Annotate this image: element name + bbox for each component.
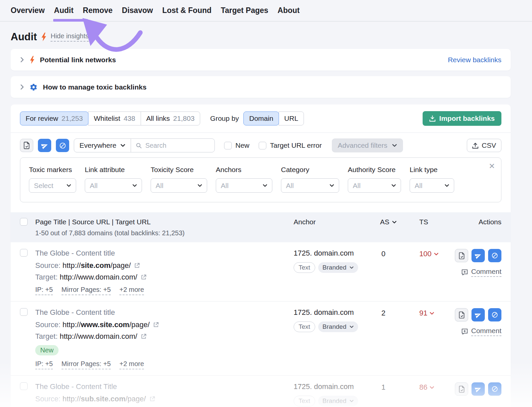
search-input[interactable] xyxy=(145,142,195,149)
column-as-sort[interactable]: AS xyxy=(373,218,403,226)
chevron-right-icon[interactable] xyxy=(20,84,24,91)
whitelist-send-button[interactable] xyxy=(471,249,485,262)
block-button[interactable] xyxy=(488,308,501,321)
nav-tab-overview[interactable]: Overview xyxy=(10,5,45,16)
ip-marker[interactable]: IP: +5 xyxy=(35,360,53,369)
document-check-icon xyxy=(459,252,465,259)
row-checkbox[interactable] xyxy=(20,382,28,390)
tab-label: Whitelist xyxy=(94,114,120,122)
toxicity-score-select[interactable]: All xyxy=(151,178,207,193)
checkbox-label: New xyxy=(235,141,249,149)
target-label: Target: xyxy=(35,273,58,281)
nav-tab-remove[interactable]: Remove xyxy=(82,5,113,16)
row-checkbox[interactable] xyxy=(20,249,28,257)
chevron-right-icon[interactable] xyxy=(20,56,24,63)
select-value: Select xyxy=(34,182,53,190)
toxic-markers-select[interactable]: Select xyxy=(29,178,76,193)
nav-tab-audit[interactable]: Audit xyxy=(53,5,74,16)
move-to-list-button[interactable] xyxy=(20,139,33,152)
checkbox[interactable] xyxy=(224,142,232,149)
close-filters-icon[interactable]: ✕ xyxy=(489,162,495,170)
select-value: All xyxy=(286,182,294,190)
block-button[interactable] xyxy=(488,249,501,262)
whitelist-send-button[interactable] xyxy=(471,382,485,396)
filter-toxic-markers: Toxic markers Select xyxy=(29,166,76,193)
select-all-checkbox[interactable] xyxy=(20,218,28,226)
move-to-list-button[interactable] xyxy=(455,308,468,321)
ip-marker[interactable]: IP: +5 xyxy=(35,286,53,295)
toxicity-score-value: 100 xyxy=(419,250,432,258)
nav-tab-label: About xyxy=(278,6,300,15)
block-button[interactable] xyxy=(488,382,501,396)
block-button[interactable] xyxy=(56,139,69,152)
toxic-markers-line: IP: +5 Mirror Pages: +5 +2 more xyxy=(35,286,294,295)
chevron-down-icon xyxy=(430,312,434,315)
authority-score-select[interactable]: All xyxy=(348,178,401,193)
branded-tag-dropdown[interactable]: Branded xyxy=(318,321,358,332)
comment-link[interactable]: Comment xyxy=(461,268,501,277)
page-title-text: The Globe - Content title xyxy=(35,249,294,258)
whitelist-send-button[interactable] xyxy=(471,308,485,321)
tab-label: All links xyxy=(146,114,170,122)
group-by-toggle: Domain URL xyxy=(243,111,304,125)
filters-panel: Toxic markers Select Link attribute All … xyxy=(20,157,501,202)
panel-manage-toxic: How to manage toxic backlinks xyxy=(11,76,511,98)
hide-insights-link[interactable]: Hide insights xyxy=(51,32,89,42)
new-filter-checkbox[interactable]: New xyxy=(224,141,249,149)
move-to-list-button[interactable] xyxy=(455,382,468,396)
whitelist-send-button[interactable] xyxy=(38,139,51,152)
nav-tab-target-pages[interactable]: Target Pages xyxy=(220,5,269,16)
scope-dropdown[interactable]: Everywhere xyxy=(74,139,131,152)
link-attribute-select[interactable]: All xyxy=(85,178,142,193)
nav-tab-about[interactable]: About xyxy=(277,5,300,16)
toxicity-score-dropdown[interactable]: 91 xyxy=(403,308,443,317)
branded-tag-dropdown[interactable]: Branded xyxy=(318,262,358,273)
filter-label: Category xyxy=(281,166,339,174)
comment-plus-icon xyxy=(461,269,468,276)
external-link-icon[interactable] xyxy=(153,322,159,328)
review-backlinks-link[interactable]: Review backlinks xyxy=(448,56,501,64)
branded-tag-dropdown[interactable]: Branded xyxy=(318,396,358,406)
move-to-list-button[interactable] xyxy=(455,249,468,262)
more-markers[interactable]: +2 more xyxy=(119,286,144,295)
mirror-pages-marker[interactable]: Mirror Pages: +5 xyxy=(62,360,111,369)
chevron-down-icon xyxy=(430,386,434,389)
column-ts: TS xyxy=(403,218,443,226)
group-by-url-button[interactable]: URL xyxy=(279,111,304,125)
advanced-filters-button[interactable]: Advanced filters xyxy=(332,138,403,152)
category-select[interactable]: All xyxy=(281,178,339,193)
filter-label: Anchors xyxy=(216,166,272,174)
tab-all-links[interactable]: All links 21,803 xyxy=(141,111,200,125)
source-path: /page/ xyxy=(110,261,131,270)
import-backlinks-button[interactable]: Import backlinks xyxy=(423,111,501,126)
link-type-select[interactable]: All xyxy=(410,178,454,193)
nav-tab-disavow[interactable]: Disavow xyxy=(121,5,154,16)
url-scheme: http:// xyxy=(63,395,81,403)
external-link-icon[interactable] xyxy=(149,396,155,402)
target-url-line: Target: http://www.domain.com/ xyxy=(35,332,294,341)
chevron-down-icon xyxy=(349,266,354,269)
toxicity-score-dropdown[interactable]: 100 xyxy=(403,249,443,258)
block-icon xyxy=(59,142,66,149)
toxicity-score-dropdown[interactable]: 86 xyxy=(403,382,443,392)
row-checkbox[interactable] xyxy=(20,308,28,316)
tab-whitelist[interactable]: Whitelist 438 xyxy=(88,111,141,125)
anchor-text: 1725. domain.com xyxy=(294,308,373,317)
filter-label: Authority Score xyxy=(348,166,401,174)
export-csv-button[interactable]: CSV xyxy=(467,139,501,152)
anchors-select[interactable]: All xyxy=(216,178,272,193)
external-link-icon[interactable] xyxy=(134,263,140,269)
group-by-domain-button[interactable]: Domain xyxy=(243,111,279,125)
comment-link[interactable]: Comment xyxy=(461,327,501,336)
nav-tab-label: Audit xyxy=(54,6,73,15)
nav-tab-lost-found[interactable]: Lost & Found xyxy=(162,5,212,16)
checkbox[interactable] xyxy=(259,142,266,149)
more-markers[interactable]: +2 more xyxy=(119,360,144,369)
target-url-error-checkbox[interactable]: Target URL error xyxy=(259,141,322,149)
tab-for-review[interactable]: For review 21,253 xyxy=(20,111,88,125)
mirror-pages-marker[interactable]: Mirror Pages: +5 xyxy=(62,286,111,295)
search-field xyxy=(131,142,214,149)
external-link-icon[interactable] xyxy=(141,274,147,280)
external-link-icon[interactable] xyxy=(141,333,147,339)
new-badge-line: New xyxy=(35,344,294,359)
